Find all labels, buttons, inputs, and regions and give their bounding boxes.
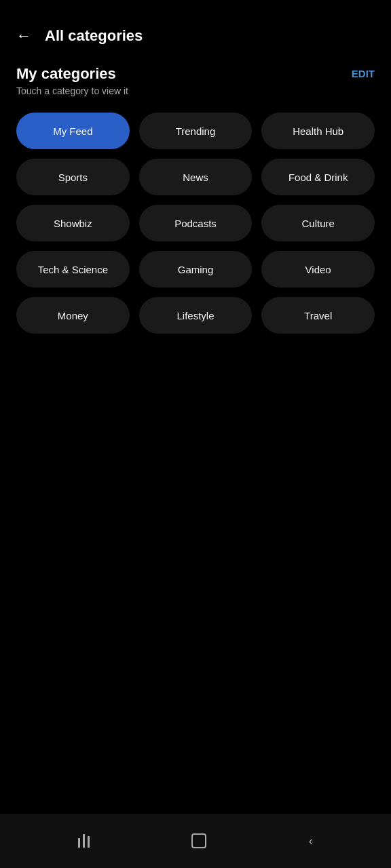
- section-title: My categories: [16, 65, 128, 83]
- categories-grid: My FeedTrendingHealth HubSportsNewsFood …: [16, 113, 375, 334]
- category-chip-my-feed[interactable]: My Feed: [16, 113, 130, 149]
- category-chip-sports[interactable]: Sports: [16, 159, 130, 195]
- back-button[interactable]: ←: [16, 27, 31, 45]
- bottom-navigation: ‹: [0, 814, 391, 868]
- recents-button[interactable]: [78, 834, 90, 848]
- categories-section: My categories Touch a category to view i…: [0, 58, 391, 334]
- category-chip-tech---science[interactable]: Tech & Science: [16, 251, 130, 288]
- category-chip-money[interactable]: Money: [16, 297, 130, 334]
- category-chip-showbiz[interactable]: Showbiz: [16, 205, 130, 241]
- section-header: My categories Touch a category to view i…: [16, 65, 375, 96]
- category-chip-health-hub[interactable]: Health Hub: [261, 113, 375, 149]
- category-chip-travel[interactable]: Travel: [261, 297, 375, 334]
- category-chip-gaming[interactable]: Gaming: [139, 251, 253, 288]
- page-title: All categories: [45, 27, 143, 45]
- category-chip-culture[interactable]: Culture: [261, 205, 375, 241]
- category-chip-video[interactable]: Video: [261, 251, 375, 288]
- home-button[interactable]: [191, 833, 206, 848]
- section-title-group: My categories Touch a category to view i…: [16, 65, 128, 96]
- category-chip-podcasts[interactable]: Podcasts: [139, 205, 253, 241]
- section-subtitle: Touch a category to view it: [16, 85, 128, 96]
- header: ← All categories: [0, 0, 391, 58]
- category-chip-lifestyle[interactable]: Lifestyle: [139, 297, 253, 334]
- category-chip-news[interactable]: News: [139, 159, 253, 195]
- edit-button[interactable]: EDIT: [352, 68, 375, 79]
- back-nav-button[interactable]: ‹: [309, 834, 313, 848]
- category-chip-food---drink[interactable]: Food & Drink: [261, 159, 375, 195]
- category-chip-trending[interactable]: Trending: [139, 113, 253, 149]
